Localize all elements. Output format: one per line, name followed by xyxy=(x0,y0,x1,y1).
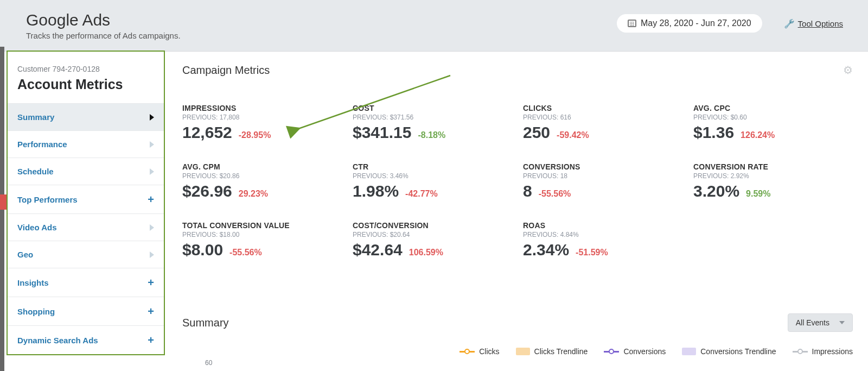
legend-impressions[interactable]: Impressions xyxy=(793,347,853,356)
nav-item-shopping[interactable]: Shopping+ xyxy=(8,297,164,325)
nav-item-label: Top Performers xyxy=(17,195,78,204)
gear-icon[interactable]: ⚙ xyxy=(843,64,853,77)
date-range-picker[interactable]: May 28, 2020 - Jun 27, 2020 xyxy=(617,14,762,33)
nav-item-top-performers[interactable]: Top Performers+ xyxy=(8,185,164,213)
wrench-icon: 🔧 xyxy=(784,18,795,29)
metric-label: CONVERSION RATE xyxy=(693,162,853,171)
metric-change: -59.42% xyxy=(557,130,589,140)
metric-value: $341.15 xyxy=(353,123,411,142)
metric-label: TOTAL CONVERSION VALUE xyxy=(182,221,342,230)
metric-ctr: CTRPREVIOUS: 3.46%1.98%-42.77% xyxy=(353,162,512,200)
metric-previous: PREVIOUS: $371.56 xyxy=(353,114,512,121)
nav-item-label: Performance xyxy=(17,140,67,149)
metric-total-conversion-value: TOTAL CONVERSION VALUEPREVIOUS: $18.00$8… xyxy=(182,221,342,259)
metric-label: CLICKS xyxy=(523,104,682,112)
metric-label: IMPRESSIONS xyxy=(182,104,342,112)
metric-change: 29.23% xyxy=(239,189,268,199)
nav-item-schedule[interactable]: Schedule xyxy=(8,158,164,185)
metric-change: -51.59% xyxy=(576,248,608,257)
calendar-icon xyxy=(628,20,636,27)
plus-icon: + xyxy=(148,306,154,317)
nav-item-video-ads[interactable]: Video Ads xyxy=(8,213,164,241)
metric-value: $8.00 xyxy=(182,241,223,259)
page-subtitle: Tracks the performance of Ads campaigns. xyxy=(26,31,617,40)
page-title: Google Ads xyxy=(26,11,617,29)
metric-value: $26.96 xyxy=(182,182,232,200)
plus-icon: + xyxy=(148,335,154,345)
page-header: Google Ads Tracks the performance of Ads… xyxy=(0,0,868,52)
metric-impressions: IMPRESSIONSPREVIOUS: 17,80812,652-28.95% xyxy=(182,104,342,142)
metric-previous: PREVIOUS: $18.00 xyxy=(182,231,342,238)
metric-label: AVG. CPC xyxy=(693,104,853,112)
nav-item-label: Summary xyxy=(17,112,54,122)
tool-options[interactable]: 🔧 Tool Options xyxy=(784,18,843,29)
metric-value: 3.20% xyxy=(693,182,739,200)
tool-options-link[interactable]: Tool Options xyxy=(798,19,843,28)
sidebar-title: Account Metrics xyxy=(17,77,154,92)
metric-value: 250 xyxy=(523,123,550,142)
metric-previous: PREVIOUS: $20.64 xyxy=(353,231,512,238)
metric-label: ROAS xyxy=(523,221,682,230)
legend-clicks[interactable]: Clicks xyxy=(459,347,499,356)
metric-value: 8 xyxy=(523,182,532,200)
metric-previous: PREVIOUS: $0.60 xyxy=(693,114,853,121)
metric-conversions: CONVERSIONSPREVIOUS: 188-55.56% xyxy=(523,162,682,200)
metric-value: $1.36 xyxy=(693,123,734,142)
metric-cost: COSTPREVIOUS: $371.56$341.15-8.18% xyxy=(353,104,512,142)
metric-change: -55.56% xyxy=(229,248,262,257)
nav-item-dynamic-search-ads[interactable]: Dynamic Search Ads+ xyxy=(8,325,164,354)
metric-label: CONVERSIONS xyxy=(523,162,682,171)
left-rail-marker xyxy=(0,194,7,210)
nav-item-performance[interactable]: Performance xyxy=(8,130,164,158)
metric-cost-conversion: COST/CONVERSIONPREVIOUS: $20.64$42.64106… xyxy=(353,221,512,259)
nav-item-insights[interactable]: Insights+ xyxy=(8,268,164,297)
metric-clicks: CLICKSPREVIOUS: 616250-59.42% xyxy=(523,104,682,142)
metric-value: 12,652 xyxy=(182,123,232,142)
metric-previous: PREVIOUS: 616 xyxy=(523,114,682,121)
metric-change: -42.77% xyxy=(405,189,438,199)
metric-change: -8.18% xyxy=(418,130,445,140)
metric-value: $42.64 xyxy=(353,241,403,259)
chevron-right-icon xyxy=(150,168,154,175)
legend-conversions-trendline[interactable]: Conversions Trendline xyxy=(682,347,776,356)
metric-change: 9.59% xyxy=(746,189,770,199)
chevron-right-icon xyxy=(150,141,154,148)
metric-previous: PREVIOUS: 18 xyxy=(523,172,682,180)
metric-label: CTR xyxy=(353,162,512,171)
chevron-right-icon xyxy=(150,224,154,231)
section-title: Campaign Metrics xyxy=(182,64,270,77)
nav-item-label: Video Ads xyxy=(17,223,57,232)
y-axis-tick: 60 xyxy=(205,359,853,367)
nav-item-summary[interactable]: Summary xyxy=(8,103,164,130)
metric-previous: PREVIOUS: 4.84% xyxy=(523,231,682,238)
nav-item-label: Dynamic Search Ads xyxy=(17,336,98,345)
legend-clicks-trendline[interactable]: Clicks Trendline xyxy=(516,347,588,356)
metric-conversion-rate: CONVERSION RATEPREVIOUS: 2.92%3.20%9.59% xyxy=(693,162,853,200)
metric-label: COST/CONVERSION xyxy=(353,221,512,230)
nav-item-label: Schedule xyxy=(17,167,54,176)
metric-label: AVG. CPM xyxy=(182,162,342,171)
plus-icon: + xyxy=(148,194,154,205)
events-dropdown[interactable]: All Events xyxy=(788,313,853,332)
metric-value: 1.98% xyxy=(353,182,399,200)
nav-item-label: Geo xyxy=(17,250,33,259)
plus-icon: + xyxy=(148,277,154,288)
chart-legend: Clicks Clicks Trendline Conversions Conv… xyxy=(182,347,853,356)
legend-conversions[interactable]: Conversions xyxy=(604,347,666,356)
metric-previous: PREVIOUS: 2.92% xyxy=(693,172,853,180)
summary-title: Summary xyxy=(182,317,229,329)
metric-change: 106.59% xyxy=(409,248,443,257)
metric-value: 2.34% xyxy=(523,241,569,259)
nav-item-geo[interactable]: Geo xyxy=(8,241,164,268)
metric-roas: ROASPREVIOUS: 4.84%2.34%-51.59% xyxy=(523,221,682,259)
chevron-right-icon xyxy=(150,114,154,121)
dropdown-label: All Events xyxy=(796,318,829,327)
metric-avg-cpm: AVG. CPMPREVIOUS: $20.86$26.9629.23% xyxy=(182,162,342,200)
chevron-down-icon xyxy=(839,321,845,324)
metric-change: -55.56% xyxy=(539,189,571,199)
metric-previous: PREVIOUS: 17,808 xyxy=(182,114,342,121)
date-range-text: May 28, 2020 - Jun 27, 2020 xyxy=(641,18,751,28)
chevron-right-icon xyxy=(150,251,154,258)
metric-label: COST xyxy=(353,104,512,112)
nav-item-label: Shopping xyxy=(17,307,55,316)
